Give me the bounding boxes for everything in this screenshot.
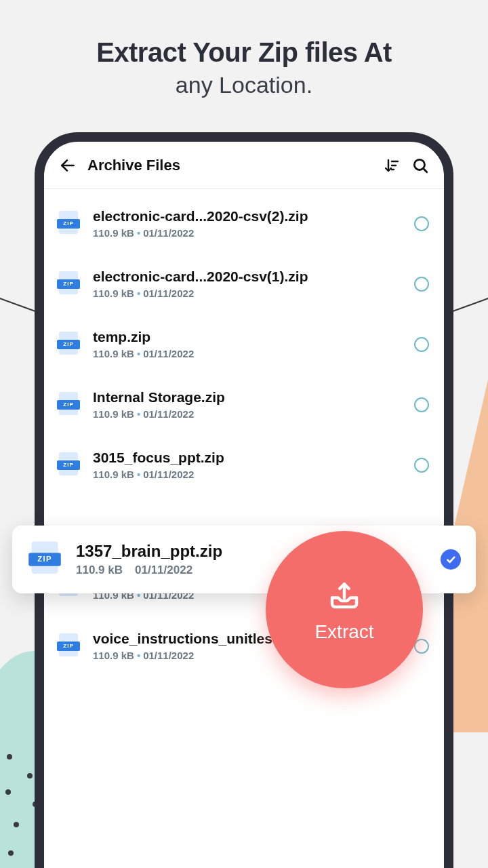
file-meta: 110.9 kB•01/11/2022 <box>93 288 414 299</box>
file-meta: 110.9 kB•01/11/2022 <box>93 348 414 359</box>
list-item[interactable]: ZIP electronic-card...2020-csv(1).zip 11… <box>44 254 444 314</box>
select-radio[interactable] <box>414 277 429 292</box>
extract-button[interactable]: Extract <box>266 531 423 688</box>
search-icon <box>411 157 429 174</box>
file-meta: 110.9 kB•01/11/2022 <box>93 469 414 480</box>
file-meta: 110.9 kB•01/11/2022 <box>93 408 414 420</box>
list-item[interactable]: ZIP Internal Storage.zip 110.9 kB•01/11/… <box>44 374 444 435</box>
check-icon <box>445 554 456 565</box>
phone-frame: Archive Files ZIP electronic-card...2020… <box>35 132 453 868</box>
file-name: electronic-card...2020-csv(1).zip <box>93 269 414 285</box>
file-name: 3015_focus_ppt.zip <box>93 450 414 466</box>
zip-file-icon: ZIP <box>30 541 60 577</box>
select-radio[interactable] <box>414 397 429 412</box>
sort-button[interactable] <box>378 151 406 180</box>
file-meta: 110.9 kB•01/11/2022 <box>93 227 414 239</box>
select-radio[interactable] <box>414 458 429 473</box>
select-radio[interactable] <box>414 216 429 231</box>
page-title: Archive Files <box>87 157 378 174</box>
zip-file-icon: ZIP <box>58 271 79 297</box>
headline-line2: any Location. <box>0 72 488 98</box>
headline-line1: Extract Your Zip files At <box>0 37 488 68</box>
list-item[interactable]: ZIP 3015_focus_ppt.zip 110.9 kB•01/11/20… <box>44 435 444 495</box>
file-name: temp.zip <box>93 329 414 345</box>
zip-file-icon: ZIP <box>58 633 79 659</box>
zip-file-icon: ZIP <box>58 392 79 418</box>
app-bar: Archive Files <box>44 142 444 189</box>
marketing-headline: Extract Your Zip files At any Location. <box>0 0 488 98</box>
select-radio[interactable] <box>414 337 429 352</box>
back-button[interactable] <box>54 151 82 180</box>
list-item[interactable]: ZIP electronic-card...2020-csv(2).zip 11… <box>44 193 444 254</box>
zip-file-icon: ZIP <box>58 452 79 478</box>
selected-check[interactable] <box>441 549 461 570</box>
file-name: electronic-card...2020-csv(2).zip <box>93 208 414 224</box>
zip-file-icon: ZIP <box>58 211 79 237</box>
arrow-left-icon <box>59 157 77 174</box>
list-item[interactable]: ZIP temp.zip 110.9 kB•01/11/2022 <box>44 314 444 374</box>
file-name: Internal Storage.zip <box>93 389 414 406</box>
zip-file-icon: ZIP <box>58 332 79 357</box>
extract-icon <box>326 576 363 613</box>
extract-label: Extract <box>314 621 373 643</box>
sort-icon <box>384 157 400 174</box>
search-button[interactable] <box>406 151 434 180</box>
svg-line-6 <box>423 168 426 172</box>
